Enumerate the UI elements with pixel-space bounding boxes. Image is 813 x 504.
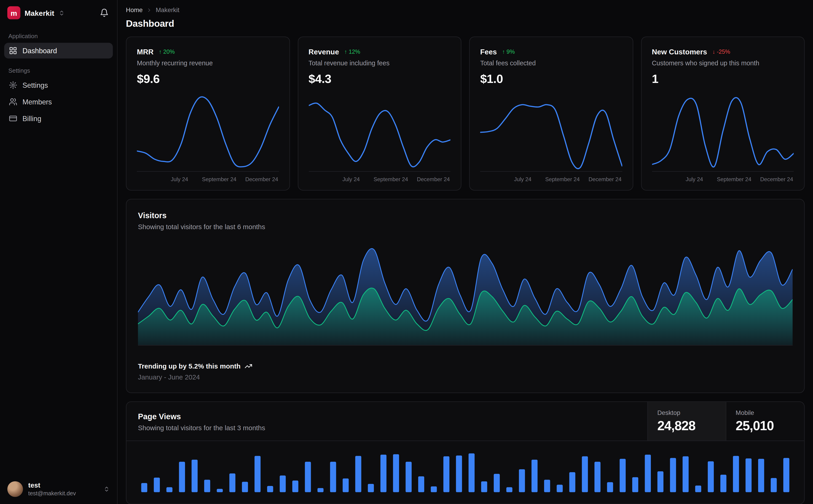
x-axis-ticks: July 24 September 24 December 24	[480, 176, 622, 184]
sidebar-item-dashboard[interactable]: Dashboard	[4, 43, 113, 58]
stat-label: MRR	[137, 48, 154, 56]
users-icon	[9, 98, 17, 106]
x-tick: September 24	[717, 176, 752, 182]
dashboard-grid-icon	[9, 46, 17, 55]
trend-value: 12%	[349, 48, 360, 55]
new-customers-sparkline-chart	[652, 92, 794, 172]
x-axis-ticks: July 24 September 24 December 24	[309, 176, 450, 184]
sidebar-item-members[interactable]: Members	[4, 94, 113, 110]
trend-up-icon: ↑	[344, 48, 347, 55]
chevron-right-icon	[146, 7, 152, 13]
sidebar-header: m Makerkit	[0, 0, 117, 24]
page-views-desktop-toggle[interactable]: Desktop 24,828	[648, 402, 726, 440]
page-views-card: Page Views Showing total visitors for th…	[126, 401, 805, 504]
visitors-area-chart	[138, 243, 793, 346]
stat-description: Total revenue including fees	[309, 59, 450, 67]
nav-section-settings: Settings	[0, 59, 117, 77]
sidebar: m Makerkit Application Dashboard Setting…	[0, 0, 117, 504]
x-tick: July 24	[171, 176, 188, 182]
x-tick: December 24	[245, 176, 278, 182]
sidebar-item-label: Dashboard	[22, 47, 57, 54]
x-axis-ticks: July 24 September 24 December 24	[137, 176, 279, 184]
fees-sparkline-chart	[480, 92, 622, 172]
page-views-header: Page Views Showing total visitors for th…	[126, 402, 804, 441]
stat-label: Fees	[480, 48, 497, 56]
app-logo: m	[7, 6, 20, 19]
trend-badge: ↑12%	[344, 48, 360, 55]
desktop-value: 24,828	[657, 418, 716, 433]
trend-up-icon: ↑	[502, 48, 505, 55]
workspace-selector[interactable]: m Makerkit	[7, 6, 98, 19]
credit-card-icon	[9, 114, 17, 123]
stat-description: Customers who signed up this month	[652, 59, 794, 67]
x-tick: September 24	[202, 176, 237, 182]
app-logo-letter: m	[11, 9, 17, 17]
trend-badge: ↓-25%	[712, 48, 730, 55]
x-tick: December 24	[417, 176, 450, 182]
x-tick: July 24	[514, 176, 531, 182]
sidebar-item-settings[interactable]: Settings	[4, 77, 113, 93]
trend-down-icon: ↓	[712, 48, 715, 55]
page-title: Dashboard	[126, 18, 805, 29]
nav-section-application: Application	[0, 24, 117, 42]
x-tick: July 24	[686, 176, 703, 182]
stat-card-new-customers: New Customers ↓-25% Customers who signed…	[641, 37, 805, 191]
breadcrumb-home-link[interactable]: Home	[126, 6, 143, 13]
x-tick: September 24	[545, 176, 580, 182]
breadcrumb: Home Makerkit	[126, 6, 805, 13]
nav-application: Dashboard	[0, 42, 117, 59]
x-tick: December 24	[588, 176, 622, 182]
stat-description: Total fees collected	[480, 59, 622, 67]
trend-value: 9%	[506, 48, 515, 55]
stat-value: $9.6	[137, 72, 279, 86]
user-name: test	[28, 481, 98, 490]
desktop-label: Desktop	[657, 409, 716, 416]
sidebar-item-billing[interactable]: Billing	[4, 111, 113, 126]
app-window: m Makerkit Application Dashboard Setting…	[0, 0, 813, 504]
page-views-bar-chart	[138, 449, 793, 492]
workspace-name: Makerkit	[24, 9, 54, 17]
stat-value: $1.0	[480, 72, 622, 86]
stat-description: Monthly recurring revenue	[137, 59, 279, 67]
avatar	[7, 481, 23, 497]
x-tick: December 24	[760, 176, 793, 182]
chevrons-up-down-icon	[103, 486, 109, 492]
sidebar-item-label: Settings	[22, 81, 48, 89]
x-tick: July 24	[342, 176, 360, 182]
visitors-subtitle: Showing total visitors for the last 6 mo…	[138, 223, 793, 231]
trending-up-icon	[245, 362, 253, 370]
stat-value: $4.3	[309, 72, 450, 86]
stat-card-mrr: MRR ↑20% Monthly recurring revenue $9.6 …	[126, 37, 290, 191]
main-content: Home Makerkit Dashboard MRR ↑20% Monthly…	[117, 0, 813, 504]
sidebar-item-label: Billing	[22, 114, 41, 122]
trend-value: 20%	[163, 48, 175, 55]
trend-badge: ↑9%	[502, 48, 515, 55]
stat-card-revenue: Revenue ↑12% Total revenue including fee…	[298, 37, 461, 191]
stat-cards-row: MRR ↑20% Monthly recurring revenue $9.6 …	[126, 37, 805, 191]
chevrons-up-down-icon	[58, 10, 64, 16]
nav-settings: Settings Members Billing	[0, 77, 117, 127]
page-views-mobile-toggle[interactable]: Mobile 25,010	[726, 402, 804, 440]
revenue-sparkline-chart	[309, 92, 450, 172]
stat-card-fees: Fees ↑9% Total fees collected $1.0 July …	[469, 37, 633, 191]
stat-label: New Customers	[652, 48, 707, 56]
notifications-button[interactable]	[98, 6, 111, 19]
page-views-title: Page Views	[138, 412, 636, 421]
stat-label: Revenue	[309, 48, 339, 56]
breadcrumb-current: Makerkit	[156, 6, 179, 13]
x-axis-ticks: July 24 September 24 December 24	[652, 176, 794, 184]
mobile-value: 25,010	[736, 418, 795, 433]
page-views-subtitle: Showing total visitors for the last 3 mo…	[138, 424, 636, 432]
x-tick: September 24	[374, 176, 408, 182]
visitors-card: Visitors Showing total visitors for the …	[126, 199, 805, 393]
stat-value: 1	[652, 72, 794, 86]
user-email: test@makerkit.dev	[28, 489, 98, 497]
bell-icon	[100, 8, 109, 17]
visitors-trend-text: Trending up by 5.2% this month	[138, 362, 241, 370]
sidebar-item-label: Members	[22, 98, 52, 106]
visitors-period: January - June 2024	[138, 373, 793, 381]
user-menu[interactable]: test test@makerkit.dev	[0, 475, 117, 504]
trend-value: -25%	[717, 48, 730, 55]
mobile-label: Mobile	[736, 409, 795, 416]
mrr-sparkline-chart	[137, 92, 279, 172]
